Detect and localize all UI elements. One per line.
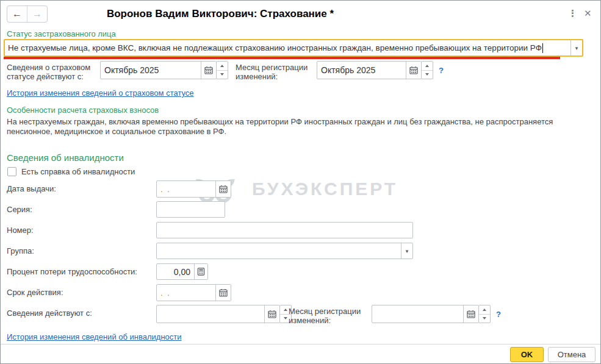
issue-date-input[interactable]: . .	[156, 180, 231, 198]
calendar-icon[interactable]	[215, 181, 231, 197]
history-disability-link[interactable]: История изменения сведений об инвалиднос…	[7, 332, 182, 341]
disability-reg-month-input[interactable]	[372, 305, 479, 323]
spinner-up-icon[interactable]	[479, 305, 490, 315]
disability-reg-month-field-group: ?	[372, 305, 501, 323]
period-input[interactable]: Октябрь 2025	[100, 61, 217, 79]
calendar-icon[interactable]	[264, 305, 279, 323]
spinner-up-icon[interactable]	[422, 62, 433, 71]
status-dropdown-button[interactable]: ▾	[570, 40, 582, 55]
validity-input[interactable]: . .	[156, 284, 231, 301]
disability-checkbox-label: Есть справка об инвалидности	[21, 167, 135, 176]
disability-checkbox[interactable]	[7, 167, 16, 176]
issue-date-placeholder: . .	[160, 185, 171, 194]
percent-value: 0,00	[157, 264, 194, 279]
nav-button-group: ← →	[7, 5, 48, 23]
spinner-up-icon[interactable]	[217, 62, 228, 71]
number-label: Номер:	[7, 226, 34, 235]
close-icon[interactable]: ✕	[584, 9, 592, 18]
period-label: Сведения о страховом статусе действуют с…	[7, 63, 99, 81]
calendar-icon[interactable]	[201, 62, 216, 79]
text-caret	[542, 43, 543, 53]
disability-checkbox-row: Есть справка об инвалидности	[7, 167, 135, 176]
spinner-down-icon[interactable]	[217, 71, 228, 79]
red-underline-annotation	[4, 57, 560, 59]
status-value: Не страхуемые лица, кроме ВКС, включая н…	[8, 43, 542, 52]
status-input[interactable]: Не страхуемые лица, кроме ВКС, включая н…	[4, 39, 583, 57]
percent-label: Процент потери трудоспособности:	[7, 267, 137, 276]
effective-label: Сведения действуют с:	[7, 309, 92, 318]
calendar-icon[interactable]	[463, 305, 478, 323]
series-input[interactable]	[156, 201, 225, 218]
watermark-text: БУХЭКСПЕРТ	[252, 179, 398, 199]
calendar-icon[interactable]	[215, 285, 231, 301]
series-label: Серия:	[7, 205, 32, 214]
back-arrow-icon: ←	[12, 9, 22, 20]
chevron-down-icon: ▾	[575, 45, 578, 51]
back-button[interactable]: ←	[7, 6, 27, 22]
period-value: Октябрь 2025	[101, 62, 201, 79]
reg-month-value: Октябрь 2025	[317, 62, 406, 79]
chevron-down-icon[interactable]: ▾	[401, 243, 412, 259]
cancel-button[interactable]: Отмена	[548, 347, 596, 362]
reg-month-field-group: Октябрь 2025 ?	[317, 61, 444, 79]
disability-header: Сведения об инвалидности	[7, 152, 124, 163]
reg-month-label: Месяц регистрации изменений:	[236, 63, 315, 81]
help-icon[interactable]: ?	[439, 66, 444, 75]
percent-input[interactable]: 0,00	[156, 263, 208, 280]
period-field-group: Октябрь 2025	[100, 61, 228, 79]
insurance-form-window: ← → Воронов Вадим Викторович: Страховани…	[0, 0, 601, 364]
ok-button[interactable]: OK	[510, 347, 544, 362]
period-spinner[interactable]	[216, 61, 228, 79]
spinner-down-icon[interactable]	[422, 71, 433, 79]
forward-arrow-icon: →	[32, 9, 42, 20]
reg-month-input[interactable]: Октябрь 2025	[317, 61, 422, 79]
calendar-icon[interactable]	[406, 62, 421, 79]
disability-reg-month-spinner[interactable]	[478, 305, 491, 323]
spinner-down-icon[interactable]	[479, 315, 490, 323]
reg-month-spinner[interactable]	[421, 61, 433, 79]
calculator-icon[interactable]	[194, 264, 207, 279]
issue-date-label: Дата выдачи:	[7, 184, 56, 193]
help-icon[interactable]: ?	[496, 310, 501, 319]
notes-text: На нестрахуемых граждан, включая временн…	[7, 117, 580, 137]
status-label: Статус застрахованного лица	[7, 29, 116, 38]
number-input[interactable]	[156, 222, 413, 238]
history-status-link[interactable]: История изменения сведений о страховом с…	[7, 88, 194, 98]
effective-input[interactable]	[156, 305, 280, 323]
group-label: Группа:	[7, 246, 34, 255]
validity-label: Срок действия:	[7, 288, 63, 297]
notes-title: Особенности расчета страховых взносов	[7, 105, 159, 115]
group-input[interactable]: ▾	[156, 243, 413, 259]
forward-button[interactable]: →	[27, 6, 47, 22]
page-title: Воронов Вадим Викторович: Страхование *	[49, 8, 391, 20]
footer-divider	[1, 344, 600, 344]
more-menu-icon[interactable]: ⋮	[568, 9, 577, 18]
disability-reg-month-label: Месяц регистрации изменений:	[289, 307, 369, 325]
validity-placeholder: . .	[160, 288, 171, 298]
effective-field-group	[156, 305, 292, 323]
